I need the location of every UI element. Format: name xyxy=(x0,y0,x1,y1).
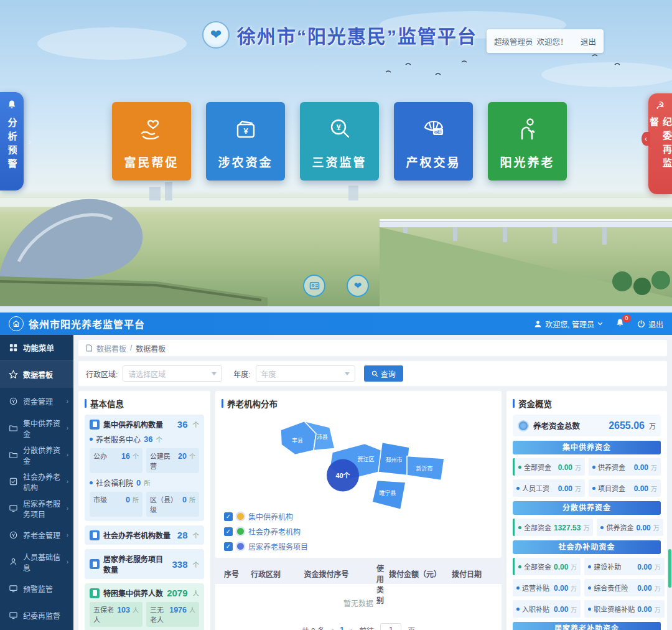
folder-icon xyxy=(9,423,18,433)
tile-label: 三资监管 xyxy=(312,153,366,170)
doc-icon xyxy=(90,420,100,430)
sidebar-item-label: 数据看板 xyxy=(23,369,53,380)
hero-logout-button[interactable]: 退出 xyxy=(581,35,596,47)
coin-circle-icon xyxy=(518,420,529,431)
sidebar-item-pension-mgmt[interactable]: 养老金管理› xyxy=(0,522,73,548)
card-value: 36 xyxy=(177,419,188,430)
trade-icon: 交易 xyxy=(418,112,450,148)
hero-tiles: 富民帮促 ¥ 涉农资金 ¥ xyxy=(112,102,567,181)
page-input[interactable] xyxy=(380,623,401,630)
platform-logo-icon: ❤ xyxy=(202,21,230,49)
tile-shenong-zijin[interactable]: ¥ 涉农资金 xyxy=(206,102,285,181)
page: ❤ 徐州市“阳光惠民”监管平台 超级管理员 欢迎您！ 退出 分析预警 › ☭ 纪… xyxy=(0,0,672,630)
sidebar-item-warning-supervision[interactable]: 预警监管 xyxy=(0,575,73,602)
map-region-label: 贾汪区 xyxy=(357,456,374,463)
card-title: 集中供养机构数量 xyxy=(103,419,174,430)
map-panel-title: 养老机构分布 xyxy=(222,397,495,410)
year-select[interactable]: 年度 xyxy=(256,365,355,382)
sidebar-item-decentralized-fund[interactable]: 分散供养资金› xyxy=(0,441,73,468)
fund-allocation-table-panel: 序号 行政区别 资金拨付序号 资金使用类别 拨付金额（元） 拨付日期 暂无数据 … xyxy=(215,563,502,630)
tile-label: 阳光养老 xyxy=(500,153,554,170)
chevron-right-icon: › xyxy=(67,478,68,485)
map-bubble-label: 40个 xyxy=(335,471,350,479)
map-region-label: 丰县 xyxy=(292,437,303,444)
tile-chanquan-jiaoyi[interactable]: 交易 产权交易 xyxy=(394,102,473,181)
fund-item: 供养资金0.00万 xyxy=(589,458,661,476)
welcome-text: 欢迎您！ xyxy=(537,35,568,47)
party-emblem-icon: ☭ xyxy=(656,101,665,111)
current-page-button[interactable]: 1 xyxy=(340,626,344,630)
col-region: 行政区别 xyxy=(248,568,302,579)
hero-title: 徐州市“阳光惠民”监管平台 xyxy=(237,21,477,49)
fund-item: 运营补贴0.00万 xyxy=(513,579,581,596)
yellow-marker-icon xyxy=(237,513,244,520)
fund-item: 综合责任险0.00万 xyxy=(584,579,664,596)
checkbox-checked-icon[interactable]: ✓ xyxy=(224,527,233,536)
search-button[interactable]: 查询 xyxy=(364,365,403,382)
sidebar-item-personnel-info[interactable]: 人员基础信息› xyxy=(0,548,73,575)
sidebar-menu-header: 功能菜单 xyxy=(0,335,73,361)
chevron-right-icon: › xyxy=(67,425,68,431)
sidebar-item-discipline-resupervision[interactable]: 纪委再监督 xyxy=(0,602,73,629)
health-heart-fab-button[interactable]: ❤ xyxy=(347,275,369,297)
tile-fumin-bangcu[interactable]: 富民帮促 xyxy=(112,102,191,181)
stat-chip: 公办 16 个 xyxy=(90,448,142,473)
map-legend-centralized[interactable]: ✓ 集中供养机构 xyxy=(224,511,308,522)
fund-item: 供养资金0.00万 xyxy=(597,519,663,536)
checkbox-checked-icon[interactable]: ✓ xyxy=(224,512,233,521)
svg-text:¥: ¥ xyxy=(336,123,341,132)
sidebar-item-centralized-fund[interactable]: 集中供养资金› xyxy=(0,415,73,441)
total-count: 共 0 条 xyxy=(302,625,325,630)
dashboard-header: 徐州市阳光养老监管平台 欢迎您, 管理员 0 退出 xyxy=(0,313,672,335)
chevron-left-icon[interactable]: ‹ xyxy=(642,132,650,146)
tile-sanzi-jianguan[interactable]: ¥ 三资监管 xyxy=(300,102,379,181)
chevron-right-icon: › xyxy=(67,451,68,458)
idcard-fab-button[interactable] xyxy=(303,275,325,297)
fund-item: 全部资金0.00万 xyxy=(513,558,581,575)
breadcrumb-root[interactable]: 数据看板 xyxy=(96,343,126,354)
discipline-supervision-tab[interactable]: ☭ 纪委再监督 ‹ xyxy=(648,93,672,194)
chevron-right-icon: › xyxy=(67,558,68,565)
coin-icon xyxy=(9,530,18,540)
stat-chip: 公建民营 20 个 xyxy=(146,448,199,473)
notification-count-badge: 0 xyxy=(622,314,631,322)
page-unit-label: 页 xyxy=(408,625,415,630)
sidebar-item-fund-mgmt[interactable]: 资金管理› xyxy=(0,388,73,415)
chevron-right-icon: › xyxy=(67,532,68,538)
analysis-warning-tab[interactable]: 分析预警 › xyxy=(0,92,24,190)
section-divider xyxy=(0,306,672,313)
sidebar-item-label: 预警监管 xyxy=(23,583,53,594)
sidebar-item-social-institutions[interactable]: 社会办养老机构› xyxy=(0,468,73,495)
scrollbar-thumb[interactable] xyxy=(668,549,671,588)
hero-floating-buttons: ❤ xyxy=(303,275,369,297)
prev-page-button[interactable]: ‹ xyxy=(331,626,334,630)
empty-data-text: 暂无数据 xyxy=(215,584,502,618)
search-icon xyxy=(371,370,378,377)
map-legend-home-service[interactable]: ✓ 居家养老服务项目 xyxy=(224,541,308,552)
fund-item: 建设补助0.00万 xyxy=(584,558,664,575)
user-menu[interactable]: 欢迎您, 管理员 xyxy=(534,319,603,329)
fund-item: 人员工资0.00万 xyxy=(513,479,585,497)
map-legend-social[interactable]: ✓ 社会办养老机构 xyxy=(224,526,308,537)
region-select[interactable]: 请选择区域 xyxy=(123,365,222,382)
basic-info-title: 基本信息 xyxy=(85,397,204,410)
next-page-button[interactable]: › xyxy=(350,626,353,630)
logout-button[interactable]: 退出 xyxy=(637,319,663,329)
sidebar-item-home-service-projects[interactable]: 居家养老服务项目› xyxy=(0,495,73,522)
bell-icon xyxy=(7,100,17,111)
sidebar-item-data-board[interactable]: 数据看板 xyxy=(0,361,73,388)
col-category: 资金使用类别 xyxy=(374,563,386,605)
year-filter-label: 年度: xyxy=(233,369,250,379)
col-amount: 拨付金额（元） xyxy=(386,568,449,579)
institution-map-panel: 养老机构分布 丰县 沛县 xyxy=(215,391,502,558)
tile-yangguang-yanglao[interactable]: 阳光养老 xyxy=(488,102,567,181)
tile-label: 涉农资金 xyxy=(218,153,273,170)
basic-info-panel: 基本信息 集中供养机构数量 36 个 养老服务中心 36 xyxy=(78,391,210,630)
notifications-bell-button[interactable]: 0 xyxy=(615,318,625,329)
stat-chip: 三无老人 1976 人 xyxy=(146,602,199,627)
sidebar-item-label: 人员基础信息 xyxy=(23,552,62,573)
pagination: 共 0 条 ‹ 1 › 前往 页 xyxy=(215,618,502,630)
chevron-right-icon[interactable]: › xyxy=(29,137,31,146)
card-centralized-support-count: 特困集中供养人数 2079 人 五保老人 103 人 xyxy=(85,583,204,630)
checkbox-checked-icon[interactable]: ✓ xyxy=(224,542,233,551)
